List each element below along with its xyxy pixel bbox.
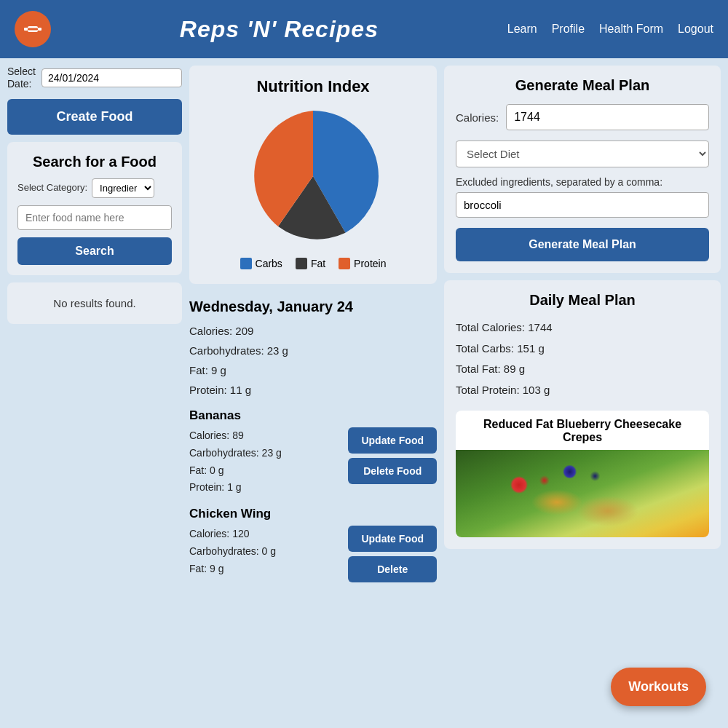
nav-learn[interactable]: Learn (507, 23, 537, 36)
search-panel-title: Search for a Food (17, 152, 172, 171)
diet-select[interactable]: Select Diet (456, 141, 709, 167)
date-input[interactable] (41, 68, 182, 87)
center-panel: Nutrition Index Carbs (189, 66, 437, 593)
pie-chart-container (201, 103, 425, 249)
food-name-bananas: Bananas (189, 408, 437, 423)
food-name-chicken-wing: Chicken Wing (189, 507, 437, 521)
svg-rect-1 (24, 28, 28, 31)
chicken-fat: Fat: 9 g (189, 561, 341, 578)
stats-block: Calories: 209 Carbohydrates: 23 g Fat: 9… (189, 321, 437, 400)
date-row: Select Date: (7, 66, 182, 90)
delete-food-chicken-button[interactable]: Delete (348, 556, 437, 582)
food-item-chicken-stats: Calories: 120 Carbohydrates: 0 g Fat: 9 … (189, 526, 341, 577)
chicken-carbs: Carbohydrates: 0 g (189, 543, 341, 561)
daily-stats-section: Wednesday, January 24 Calories: 209 Carb… (189, 291, 437, 593)
food-item-bananas-row: Calories: 89 Carbohydrates: 23 g Fat: 0 … (189, 427, 437, 496)
legend-carbs: Carbs (240, 258, 282, 269)
stat-protein: Protein: 11 g (189, 380, 437, 400)
generate-meal-plan-title: Generate Meal Plan (456, 77, 709, 94)
carbs-dot (240, 258, 252, 269)
search-button[interactable]: Search (17, 237, 172, 265)
nutrition-card: Nutrition Index Carbs (189, 66, 437, 284)
calories-label: Calories: (456, 111, 499, 124)
bananas-protein: Protein: 1 g (189, 479, 341, 496)
nav-health-form[interactable]: Health Form (599, 23, 663, 36)
protein-label: Protein (354, 258, 386, 269)
calories-row: Calories: (456, 104, 709, 130)
date-header: Wednesday, January 24 (189, 298, 437, 315)
stat-carbs: Carbohydrates: 23 g (189, 341, 437, 360)
food-item-bananas-stats: Calories: 89 Carbohydrates: 23 g Fat: 0 … (189, 427, 341, 496)
bananas-fat: Fat: 0 g (189, 462, 341, 480)
excluded-label: Excluded ingredients, separated by a com… (456, 176, 709, 188)
food-item-chicken-wing: Chicken Wing Calories: 120 Carbohydrates… (189, 507, 437, 582)
recipe-image (456, 450, 709, 537)
workouts-button[interactable]: Workouts (611, 668, 706, 706)
no-results-panel: No results found. (7, 282, 182, 324)
main-content: Select Date: Create Food Search for a Fo… (0, 58, 728, 600)
right-panel: Generate Meal Plan Calories: Select Diet… (444, 66, 721, 593)
pie-chart (240, 103, 386, 249)
bananas-cal: Calories: 89 (189, 427, 341, 445)
fat-dot (296, 258, 307, 269)
recipe-title: Reduced Fat Blueberry Cheesecake Crepes (456, 411, 709, 450)
nutrition-title: Nutrition Index (201, 77, 425, 96)
daily-total-calories: Total Calories: 1744 (456, 317, 709, 339)
nav-profile[interactable]: Profile (552, 23, 585, 36)
food-item-bananas: Bananas Calories: 89 Carbohydrates: 23 g… (189, 408, 437, 496)
food-name-input[interactable] (17, 205, 172, 230)
generate-meal-plan-card: Generate Meal Plan Calories: Select Diet… (444, 66, 721, 273)
calories-input[interactable] (506, 104, 709, 130)
recipe-card: Reduced Fat Blueberry Cheesecake Crepes (456, 411, 709, 537)
create-food-button[interactable]: Create Food (7, 99, 182, 135)
category-select[interactable]: Ingredier (92, 178, 154, 198)
category-row: Select Category: Ingredier (17, 178, 172, 198)
daily-meal-title: Daily Meal Plan (456, 292, 709, 309)
chart-legend: Carbs Fat Protein (201, 258, 425, 269)
daily-total-protein: Total Protein: 103 g (456, 380, 709, 401)
food-item-chicken-btns: Update Food Delete (348, 526, 437, 582)
daily-total-carbs: Total Carbs: 151 g (456, 339, 709, 360)
food-item-bananas-btns: Update Food Delete Food (348, 427, 437, 484)
daily-stats: Total Calories: 1744 Total Carbs: 151 g … (456, 317, 709, 400)
carbs-label: Carbs (256, 258, 282, 269)
legend-fat: Fat (296, 258, 325, 269)
left-panel: Select Date: Create Food Search for a Fo… (7, 66, 182, 593)
daily-meal-card: Daily Meal Plan Total Calories: 1744 Tot… (444, 280, 721, 549)
header: Reps 'N' Recipes Learn Profile Health Fo… (0, 0, 728, 58)
category-label: Select Category: (17, 182, 87, 194)
bananas-carbs: Carbohydrates: 23 g (189, 445, 341, 462)
no-results-text: No results found. (53, 297, 135, 309)
update-food-bananas-button[interactable]: Update Food (348, 427, 437, 454)
food-item-chicken-row: Calories: 120 Carbohydrates: 0 g Fat: 9 … (189, 526, 437, 582)
svg-rect-2 (38, 28, 41, 31)
header-nav: Learn Profile Health Form Logout (507, 23, 713, 36)
date-label: Select Date: (7, 66, 36, 90)
fat-label: Fat (311, 258, 325, 269)
legend-protein: Protein (339, 258, 386, 269)
stat-fat: Fat: 9 g (189, 360, 437, 380)
protein-dot (339, 258, 350, 269)
nav-logout[interactable]: Logout (678, 23, 713, 36)
delete-food-bananas-button[interactable]: Delete Food (348, 458, 437, 484)
stat-calories: Calories: 209 (189, 321, 437, 341)
chicken-cal: Calories: 120 (189, 526, 341, 543)
generate-meal-plan-button[interactable]: Generate Meal Plan (456, 228, 709, 261)
recipe-visual (456, 450, 709, 537)
svg-rect-4 (28, 28, 38, 31)
update-food-chicken-button[interactable]: Update Food (348, 526, 437, 552)
logo (15, 11, 51, 47)
daily-total-fat: Total Fat: 89 g (456, 359, 709, 380)
search-panel: Search for a Food Select Category: Ingre… (7, 142, 182, 275)
excluded-input[interactable] (456, 192, 709, 218)
app-title: Reps 'N' Recipes (51, 16, 507, 43)
